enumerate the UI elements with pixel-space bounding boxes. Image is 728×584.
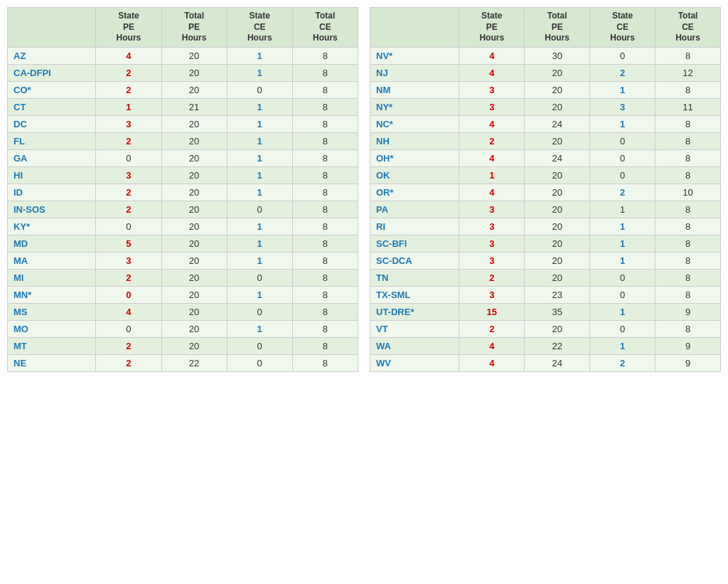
total-ce-cell: 8 [655, 166, 721, 184]
total-pe-cell: 20 [161, 269, 227, 286]
total-pe-cell: 24 [525, 354, 590, 371]
state-pe-cell: 0 [96, 320, 161, 337]
state-pe-cell: 4 [459, 47, 525, 64]
state-ce-cell: 1 [227, 132, 292, 149]
total-pe-cell: 20 [525, 235, 590, 252]
state-cell: NV* [370, 47, 459, 64]
table-row: NM32018 [370, 81, 721, 98]
state-pe-cell: 15 [459, 303, 525, 320]
table-row: NC*42418 [370, 115, 721, 132]
state-pe-cell: 2 [96, 269, 161, 286]
state-pe-cell: 4 [459, 354, 525, 371]
state-pe-cell: 3 [96, 166, 161, 184]
table-row: MO02018 [8, 320, 358, 337]
state-cell: NM [370, 81, 459, 98]
table-row: UT-DRE*153519 [370, 303, 721, 320]
total-pe-cell: 20 [525, 269, 590, 286]
table-row: SC-BFI32018 [370, 235, 721, 252]
total-pe-cell: 20 [161, 64, 227, 81]
state-ce-cell: 1 [590, 252, 655, 269]
state-cell: CO* [8, 81, 96, 98]
total-ce-cell: 8 [292, 201, 358, 218]
total-pe-cell: 20 [161, 235, 227, 252]
col-tce-left: TotalCEHours [292, 8, 358, 48]
state-ce-cell: 1 [227, 286, 292, 303]
state-pe-cell: 4 [96, 303, 161, 320]
state-cell: UT-DRE* [370, 303, 459, 320]
total-pe-cell: 20 [161, 47, 227, 64]
table-row: FL22018 [8, 132, 358, 149]
state-ce-cell: 2 [590, 354, 655, 371]
state-ce-cell: 1 [590, 235, 655, 252]
state-pe-cell: 3 [459, 201, 525, 218]
state-pe-cell: 2 [96, 184, 161, 201]
state-ce-cell: 1 [227, 252, 292, 269]
total-pe-cell: 35 [525, 303, 590, 320]
state-ce-cell: 1 [590, 337, 655, 354]
total-ce-cell: 8 [292, 166, 358, 184]
header-row-left: StatePEHours TotalPEHours StateCEHours T… [8, 8, 358, 48]
state-ce-cell: 2 [590, 184, 655, 201]
state-ce-cell: 0 [590, 149, 655, 166]
total-pe-cell: 20 [161, 320, 227, 337]
left-table: StatePEHours TotalPEHours StateCEHours T… [7, 7, 358, 372]
state-cell: NY* [370, 98, 459, 115]
total-ce-cell: 8 [655, 286, 721, 303]
total-pe-cell: 20 [161, 184, 227, 201]
state-pe-cell: 3 [459, 218, 525, 235]
state-ce-cell: 1 [227, 218, 292, 235]
total-ce-cell: 8 [292, 64, 358, 81]
total-ce-cell: 8 [292, 320, 358, 337]
state-pe-cell: 2 [96, 337, 161, 354]
table-row: AZ42018 [8, 47, 358, 64]
state-pe-cell: 2 [96, 201, 161, 218]
col-spe-left: StatePEHours [96, 8, 161, 48]
state-cell: MO [8, 320, 96, 337]
state-cell: MS [8, 303, 96, 320]
total-pe-cell: 20 [525, 64, 590, 81]
col-sce-left: StateCEHours [227, 8, 292, 48]
total-pe-cell: 20 [525, 184, 590, 201]
table-row: TN22008 [370, 269, 721, 286]
table-row: SC-DCA32018 [370, 252, 721, 269]
state-ce-cell: 1 [227, 166, 292, 184]
total-pe-cell: 20 [161, 132, 227, 149]
table-row: NV*43008 [370, 47, 721, 64]
table-row: GA02018 [8, 149, 358, 166]
state-cell: TX-SML [370, 286, 459, 303]
state-cell: HI [8, 166, 96, 184]
table-row: DC32018 [8, 115, 358, 132]
table-row: MT22008 [8, 337, 358, 354]
state-ce-cell: 0 [227, 337, 292, 354]
state-cell: GA [8, 149, 96, 166]
state-ce-cell: 0 [227, 81, 292, 98]
total-pe-cell: 30 [525, 47, 590, 64]
state-ce-cell: 0 [227, 303, 292, 320]
table-row: CT12118 [8, 98, 358, 115]
total-ce-cell: 8 [292, 132, 358, 149]
total-pe-cell: 20 [161, 337, 227, 354]
state-cell: OH* [370, 149, 459, 166]
total-ce-cell: 8 [655, 81, 721, 98]
total-ce-cell: 9 [655, 303, 721, 320]
header-row-right: StatePEHours TotalPEHours StateCEHours T… [370, 8, 721, 48]
table-row: WA42219 [370, 337, 721, 354]
table-row: WV42429 [370, 354, 721, 371]
total-ce-cell: 8 [292, 337, 358, 354]
table-row: KY*02018 [8, 218, 358, 235]
table-row: OK12008 [370, 166, 721, 184]
state-pe-cell: 4 [96, 47, 161, 64]
total-ce-cell: 8 [292, 47, 358, 64]
total-pe-cell: 20 [525, 252, 590, 269]
total-pe-cell: 20 [161, 218, 227, 235]
state-pe-cell: 4 [459, 337, 525, 354]
state-ce-cell: 3 [590, 98, 655, 115]
total-pe-cell: 20 [161, 252, 227, 269]
state-cell: NE [8, 354, 96, 371]
total-ce-cell: 8 [655, 201, 721, 218]
total-ce-cell: 10 [655, 184, 721, 201]
state-pe-cell: 4 [459, 184, 525, 201]
state-pe-cell: 2 [459, 320, 525, 337]
total-ce-cell: 8 [655, 269, 721, 286]
state-ce-cell: 1 [590, 218, 655, 235]
